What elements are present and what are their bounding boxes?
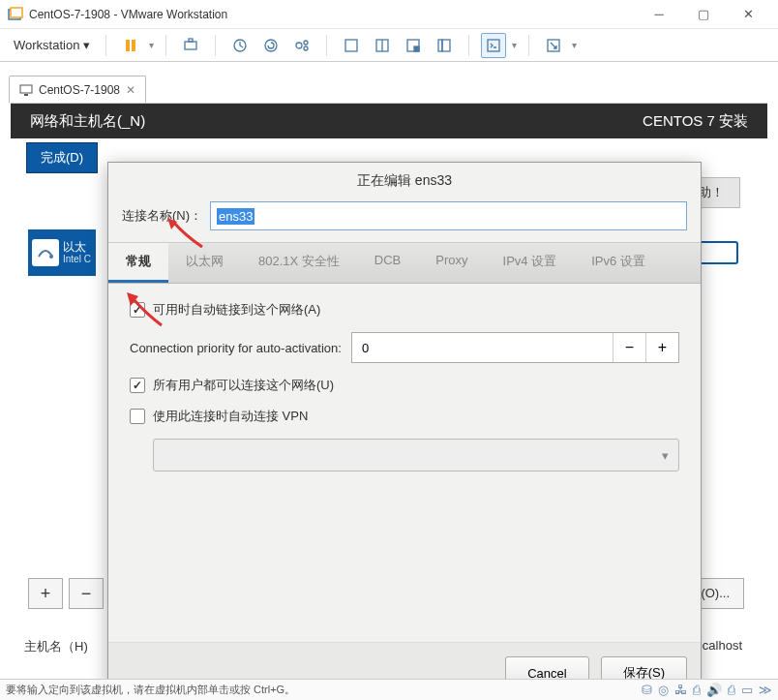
all-users-row: 所有用户都可以连接这个网络(U) (130, 377, 679, 394)
auto-connect-row: 可用时自动链接到这个网络(A) (130, 301, 679, 319)
workstation-menu[interactable]: Workstation ▾ (10, 36, 94, 54)
view-split-button[interactable] (370, 33, 395, 58)
console-view-button[interactable] (481, 33, 506, 58)
installer-header: 网络和主机名(_N) CENTOS 7 安装 (11, 104, 767, 138)
svg-rect-3 (132, 40, 135, 51)
svg-point-22 (49, 255, 53, 259)
header-product: CENTOS 7 安装 (643, 112, 748, 131)
ethernet-label: 以太Intel C (63, 240, 91, 265)
add-device-button[interactable]: + (28, 578, 63, 609)
centos-installer: 网络和主机名(_N) CENTOS 7 安装 完成(D) 帮助！ 以太Intel… (11, 103, 767, 677)
tab-ipv4[interactable]: IPv4 设置 (486, 243, 575, 283)
snapshot-manager-button[interactable] (289, 33, 314, 58)
snapshot-revert-button[interactable] (258, 33, 284, 58)
remove-device-button[interactable]: − (69, 578, 104, 609)
svg-rect-5 (189, 39, 193, 42)
tab-general[interactable]: 常规 (108, 243, 168, 283)
vm-tab[interactable]: CentOS-7-1908 ✕ (9, 76, 146, 103)
auto-vpn-row: 使用此连接时自动连接 VPN (130, 408, 679, 425)
tab-ipv6[interactable]: IPv6 设置 (574, 243, 663, 283)
chevron-down-icon: ▾ (83, 38, 90, 52)
svg-rect-17 (442, 40, 450, 51)
separator (326, 35, 327, 56)
chevron-down-icon: ▾ (662, 448, 669, 463)
tab-8021x[interactable]: 802.1X 安全性 (241, 243, 357, 283)
svg-point-9 (304, 41, 308, 45)
vmware-toolbar: Workstation ▾ ▾ ▾ ▾ (0, 29, 778, 62)
tab-dcb[interactable]: DCB (357, 243, 418, 283)
priority-increment-button[interactable]: + (645, 333, 678, 362)
view-single-button[interactable] (339, 33, 364, 58)
separator (215, 35, 216, 56)
snapshot-button[interactable] (227, 33, 253, 58)
done-button[interactable]: 完成(D) (26, 142, 98, 173)
vpn-select[interactable]: ▾ (153, 439, 679, 472)
svg-rect-2 (126, 40, 130, 51)
separator (105, 35, 106, 56)
cd-icon[interactable]: ◎ (658, 683, 669, 697)
svg-rect-4 (185, 42, 196, 49)
close-button[interactable]: ✕ (726, 0, 770, 29)
chevron-down-icon[interactable]: ▾ (572, 40, 577, 50)
priority-input[interactable] (352, 333, 613, 362)
chevron-down-icon[interactable]: ▾ (149, 40, 154, 50)
close-tab-icon[interactable]: ✕ (126, 83, 135, 97)
monitor-icon (19, 83, 33, 97)
svg-rect-20 (20, 85, 32, 93)
priority-decrement-button[interactable]: − (613, 333, 645, 362)
printer-icon[interactable]: ⎙ (728, 683, 735, 697)
auto-vpn-label: 使用此连接时自动连接 VPN (153, 408, 308, 425)
connection-name-row: 连接名称(N)： ens33 (108, 199, 701, 242)
pause-button[interactable] (118, 33, 143, 58)
system-tray: ⛁ ◎ 🖧 ⎙ 🔊 ⎙ ▭ ≫ (642, 683, 772, 697)
work-area: CentOS-7-1908 ✕ 网络和主机名(_N) CENTOS 7 安装 完… (1, 62, 777, 677)
all-users-checkbox[interactable] (130, 378, 145, 393)
vm-tab-label: CentOS-7-1908 (39, 83, 120, 97)
fullscreen-button[interactable] (541, 33, 566, 58)
sound-icon[interactable]: 🔊 (706, 683, 722, 697)
view-thumbnail-button[interactable] (401, 33, 426, 58)
svg-point-7 (265, 40, 277, 51)
tab-proxy[interactable]: Proxy (418, 243, 485, 283)
device-buttons: + − (28, 578, 104, 609)
send-ctrl-alt-del-button[interactable] (178, 33, 203, 58)
vmware-icon (8, 7, 23, 22)
auto-vpn-checkbox[interactable] (130, 409, 145, 424)
dialog-content: 可用时自动链接到这个网络(A) Connection priority for … (108, 284, 701, 642)
tab-ethernet[interactable]: 以太网 (168, 243, 241, 283)
usb-icon[interactable]: ⎙ (693, 683, 701, 697)
status-text: 要将输入定向到该虚拟机，请在虚拟机内部单击或按 Ctrl+G。 (6, 683, 295, 697)
display-icon[interactable]: ▭ (741, 683, 753, 697)
view-library-button[interactable] (432, 33, 457, 58)
all-users-label: 所有用户都可以连接这个网络(U) (153, 377, 334, 394)
chevron-icon[interactable]: ≫ (759, 683, 772, 697)
edit-connection-dialog: 正在编辑 ens33 连接名称(N)： ens33 常规 以太网 802.1X … (107, 162, 702, 700)
ethernet-icon (32, 239, 59, 266)
priority-row: Connection priority for auto-activation:… (130, 332, 679, 363)
svg-rect-15 (414, 46, 419, 51)
separator (165, 35, 166, 56)
ethernet-device-card[interactable]: 以太Intel C (28, 229, 96, 276)
header-title: 网络和主机名(_N) (30, 112, 145, 131)
network-icon[interactable]: 🖧 (674, 683, 687, 697)
connection-name-label: 连接名称(N)： (122, 207, 202, 225)
svg-rect-11 (345, 40, 357, 51)
dialog-title: 正在编辑 ens33 (108, 163, 701, 199)
chevron-down-icon[interactable]: ▾ (512, 40, 517, 50)
priority-stepper: − + (351, 332, 679, 363)
svg-point-10 (304, 46, 308, 50)
auto-connect-label: 可用时自动链接到这个网络(A) (153, 301, 320, 319)
minimize-button[interactable]: ─ (637, 0, 681, 29)
dialog-tab-bar: 常规 以太网 802.1X 安全性 DCB Proxy IPv4 设置 IPv6… (108, 242, 701, 284)
window-titlebar: CentOS-7-1908 - VMware Workstation ─ ▢ ✕ (0, 0, 778, 29)
maximize-button[interactable]: ▢ (681, 0, 726, 29)
svg-rect-18 (488, 40, 499, 51)
separator (468, 35, 469, 56)
svg-point-8 (296, 43, 302, 48)
priority-label: Connection priority for auto-activation: (130, 341, 342, 355)
separator (528, 35, 529, 56)
auto-connect-checkbox[interactable] (130, 302, 145, 318)
window-title: CentOS-7-1908 - VMware Workstation (29, 8, 637, 21)
connection-name-input[interactable]: ens33 (210, 201, 687, 230)
disk-icon[interactable]: ⛁ (642, 683, 652, 697)
